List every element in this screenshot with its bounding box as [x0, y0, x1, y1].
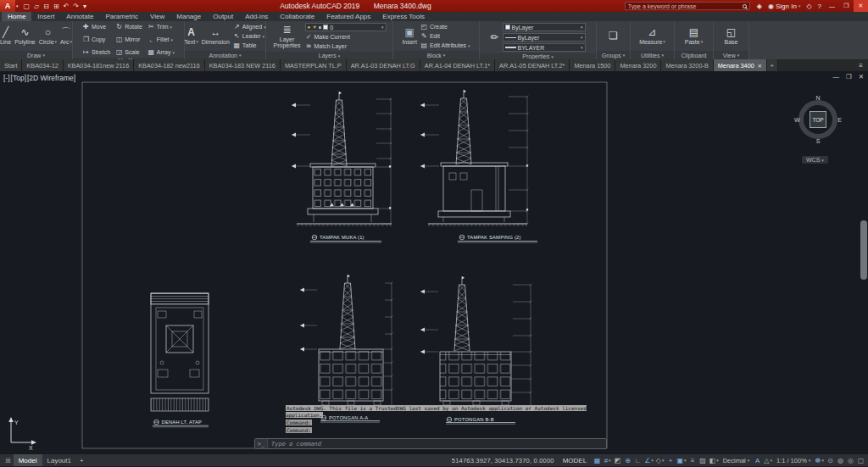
infer-constraints-icon[interactable]: ◩: [613, 457, 622, 464]
paste-button[interactable]: ▤Paste▾: [685, 22, 703, 50]
a360-icon[interactable]: ◈: [757, 3, 762, 10]
file-tab[interactable]: Menara 1500: [570, 59, 615, 71]
help-icon[interactable]: ?: [818, 3, 821, 10]
viewcube-top-face[interactable]: TOP: [810, 111, 826, 128]
file-tab[interactable]: Menara 3200-B: [661, 59, 713, 71]
file-tab[interactable]: AR.A1-05 DENAH LT.2*: [495, 59, 570, 71]
linetype-dropdown[interactable]: ByLayer▾: [503, 33, 586, 42]
ribbon-tab-manage[interactable]: Manage: [170, 12, 207, 21]
command-input-bar[interactable]: >_: [254, 438, 607, 449]
panel-label-block[interactable]: Block▾: [393, 51, 479, 59]
doc-restore-icon[interactable]: ❐: [846, 73, 852, 81]
ribbon-tab-insert[interactable]: Insert: [31, 12, 60, 21]
match-properties-button[interactable]: ✏: [490, 22, 498, 53]
undo-icon[interactable]: ↶: [64, 3, 70, 10]
selection-cycling-icon[interactable]: ◧▾: [709, 457, 720, 464]
close-button[interactable]: ✕: [854, 0, 868, 12]
mirror-button[interactable]: ◫Mirror: [115, 35, 142, 44]
arc-button[interactable]: ⌒Arc▾: [60, 22, 72, 50]
lineweight-toggle-icon[interactable]: ≡: [688, 457, 698, 464]
wcs-dropdown[interactable]: WCS▾: [802, 156, 828, 164]
polar-tracking-icon[interactable]: ∠▾: [643, 457, 654, 464]
navigation-bar[interactable]: [860, 220, 867, 280]
match-layer-button[interactable]: ≊Match Layer: [305, 42, 387, 51]
new-layout-button[interactable]: +: [76, 457, 87, 464]
copy-button[interactable]: ❐Copy: [82, 35, 110, 44]
color-dropdown[interactable]: ByLayer▾: [503, 23, 586, 31]
dynamic-input-icon[interactable]: ⊕: [623, 457, 632, 464]
panel-label-annotation[interactable]: Annotation▾: [185, 51, 265, 59]
table-button[interactable]: ▦Table: [233, 41, 266, 50]
file-tab[interactable]: KBA034-12: [22, 59, 63, 71]
restore-button[interactable]: ❐: [839, 0, 854, 12]
command-input[interactable]: [268, 441, 606, 448]
osnap-toggle-icon[interactable]: ▣▾: [676, 457, 687, 464]
autocad-logo[interactable]: A: [0, 0, 15, 12]
panel-label-properties[interactable]: Properties▾: [480, 53, 596, 59]
aligned-button[interactable]: ↗Aligned▾: [233, 22, 266, 31]
rotate-button[interactable]: ↻Rotate: [115, 22, 142, 31]
measure-button[interactable]: ⊿Measure▾: [639, 22, 665, 50]
isolate-objects-icon[interactable]: ◍: [836, 457, 845, 464]
save-icon[interactable]: ⊟: [43, 3, 49, 10]
ribbon-tab-featured-apps[interactable]: Featured Apps: [320, 12, 376, 21]
polyline-button[interactable]: ∿Polyline: [14, 22, 36, 50]
base-view-button[interactable]: ◱Base: [725, 22, 738, 50]
ribbon-tab-annotate[interactable]: Annotate: [60, 12, 99, 21]
file-tab-active[interactable]: Menara 3400✕: [714, 59, 767, 71]
fillet-button[interactable]: ◟Fillet▾: [147, 35, 175, 44]
scale-button[interactable]: ◲Scale: [115, 47, 142, 57]
drawing-sheet[interactable]: TAMPAK MUKA (1) TAMPAK SAMPING (2): [0, 71, 868, 454]
graphics-performance-icon[interactable]: ◎: [846, 457, 855, 464]
isodraft-icon[interactable]: ◇▾: [655, 457, 665, 464]
file-tab[interactable]: AR.A1-03 DENAH LT.G: [347, 59, 420, 71]
open-icon[interactable]: ▱: [34, 3, 39, 10]
panel-label-clipboard[interactable]: Clipboard: [675, 51, 713, 59]
file-tab-start[interactable]: Start: [0, 59, 22, 71]
layout-browser-icon[interactable]: ⊞: [5, 457, 11, 464]
trim-button[interactable]: ✂Trim▾: [147, 22, 175, 31]
grid-toggle-icon[interactable]: ▦: [593, 457, 602, 464]
file-tab[interactable]: KBA034-183 NEW 2116: [205, 59, 281, 71]
model-space[interactable]: [-] [Top] [2D Wireframe] — ❐ ✕: [0, 71, 868, 454]
lineweight-dropdown[interactable]: BYLAYER▾: [503, 43, 586, 52]
file-tab[interactable]: AR.A1-04 DENAH LT.1*: [420, 59, 495, 71]
panel-label-utilities[interactable]: Utilities▾: [631, 51, 674, 59]
panel-label-view[interactable]: View▾: [714, 51, 748, 59]
viewcube-south[interactable]: S: [816, 138, 821, 144]
exchange-apps-icon[interactable]: ◇: [806, 3, 811, 10]
app-menu-caret-icon[interactable]: ▾: [16, 3, 19, 8]
new-icon[interactable]: ▢: [24, 3, 31, 10]
search-icon[interactable]: [743, 4, 747, 8]
leader-button[interactable]: ↖Leader▾: [233, 31, 266, 41]
search-input[interactable]: [628, 3, 740, 9]
annotation-visibility-icon[interactable]: A: [753, 457, 762, 464]
file-tab[interactable]: Menara 3200: [615, 59, 661, 71]
text-button[interactable]: AText▾: [184, 22, 198, 50]
model-space-button[interactable]: MODEL: [559, 457, 590, 464]
transparency-toggle-icon[interactable]: ▨: [698, 457, 708, 464]
ortho-toggle-icon[interactable]: ∟: [633, 457, 643, 464]
group-button[interactable]: ❏: [609, 22, 618, 50]
viewport-visual-style-control[interactable]: [2D Wireframe]: [27, 74, 75, 82]
panel-label-groups[interactable]: Groups▾: [597, 51, 630, 59]
command-prompt-icon[interactable]: >_: [255, 439, 268, 448]
viewcube-north[interactable]: N: [815, 95, 820, 101]
ribbon-tab-express-tools[interactable]: Express Tools: [376, 12, 431, 21]
array-button[interactable]: ▦Array▾: [147, 47, 175, 57]
viewport-view-control[interactable]: [Top]: [11, 74, 26, 82]
make-current-button[interactable]: ✓Make Current: [305, 32, 387, 42]
file-tab[interactable]: KBA034-181new 2116: [64, 59, 134, 71]
redo-icon[interactable]: ↷: [73, 3, 79, 10]
viewcube[interactable]: N S W E TOP: [793, 95, 843, 144]
create-block-button[interactable]: ◰Create: [420, 22, 470, 31]
file-tab[interactable]: KBA034-182 new2116: [134, 59, 204, 71]
ribbon-tab-addins[interactable]: Add-ins: [239, 12, 274, 21]
help-search[interactable]: [625, 2, 750, 10]
autoscale-icon[interactable]: △▾: [763, 457, 773, 464]
ribbon-tab-home[interactable]: Home: [2, 12, 31, 21]
panel-label-layers[interactable]: Layers▾: [266, 52, 392, 59]
edit-block-button[interactable]: ✎Edit: [420, 31, 470, 41]
snap-toggle-icon[interactable]: #▾: [603, 457, 612, 464]
close-tab-icon[interactable]: ✕: [758, 63, 762, 69]
